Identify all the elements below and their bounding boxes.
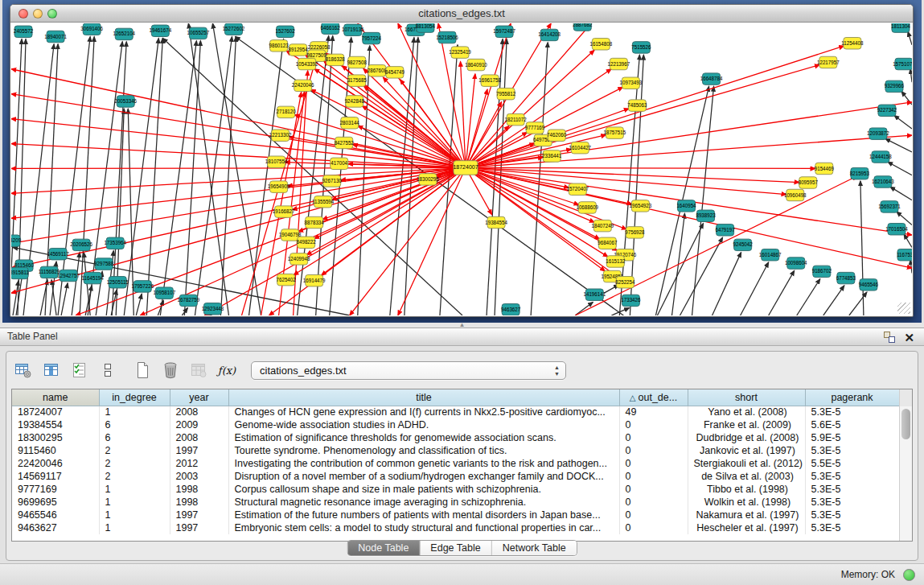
graph-node-label: 19654923 (630, 203, 652, 208)
graph-node-label: 8938923 (696, 212, 716, 218)
network-canvas[interactable]: 1872400798601238912954222260589827509105… (11, 23, 912, 315)
table-row[interactable]: 2242004622012Investigating the contribut… (12, 457, 899, 470)
graph-node-label: 19384554 (485, 219, 507, 225)
function-icon: ƒ(x) (218, 365, 236, 377)
table-cell: 0 (619, 457, 688, 470)
column-header-title[interactable]: title (228, 389, 619, 406)
table-cell: 9463627 (12, 521, 99, 534)
minimize-window-button[interactable] (33, 9, 43, 19)
table-cell: 0 (619, 431, 688, 444)
graph-node-label: 18940071 (44, 33, 67, 39)
column-header-pagerank[interactable]: pagerank (805, 389, 899, 406)
column-header-name[interactable]: name (12, 389, 99, 406)
graph-node-label: 8813054 (416, 23, 436, 29)
column-header-year[interactable]: year (170, 389, 228, 406)
network-desktop: citations_edges.txt 18724007986012389129… (2, 0, 922, 323)
graph-node-label: 1834209 (11, 237, 22, 243)
graph-node-label: 9329966 (885, 83, 905, 89)
citation-network-graph[interactable]: 1872400798601238912954222260589827509105… (11, 23, 912, 315)
graph-node-label: 12213302 (269, 132, 292, 138)
graph-node-label: 22420046 (292, 82, 314, 88)
column-header-short[interactable]: short (688, 389, 805, 406)
graph-node-label: 18757515 (604, 130, 626, 135)
close-window-button[interactable] (18, 9, 28, 19)
graph-node-label: 20206526 (70, 241, 92, 247)
table-cell: 5.9E-5 (805, 431, 899, 444)
graph-node-label: 7515526 (631, 44, 651, 50)
table-row[interactable]: 946362711997Embryonic stem cells: a mode… (12, 521, 899, 534)
table-row[interactable]: 1872400712008Changes of HCN gene express… (12, 406, 899, 418)
column-visibility-icon (43, 362, 60, 378)
table-row[interactable]: 911546021997Tourette syndrome. Phenomeno… (12, 444, 899, 457)
table-cell: 49 (619, 406, 688, 418)
graph-node-label: 1733426 (621, 297, 641, 303)
table-cell: de Silva et al. (2003) (688, 470, 805, 483)
graph-node-label: 16648784 (700, 76, 723, 81)
table-row[interactable]: 1830029562008Estimation of significance … (12, 431, 899, 444)
tab-node-table[interactable]: Node Table (347, 541, 420, 555)
graph-node-label: 19166827 (273, 208, 295, 214)
table-row[interactable]: 1938455462009Genome-wide association stu… (12, 418, 899, 431)
table-row[interactable]: 977716911998Corpus callosum shape and si… (12, 483, 899, 496)
vertical-scrollbar[interactable] (899, 406, 912, 541)
table-row[interactable]: 946554611997Estimation of the future num… (12, 509, 899, 521)
divider-grip-icon[interactable]: ▴ (0, 323, 924, 327)
toggle-rows-button[interactable] (97, 360, 118, 381)
table-cell: 5.5E-5 (805, 457, 899, 470)
window-resize-grip[interactable] (897, 303, 910, 314)
memory-ok-indicator[interactable] (903, 569, 915, 581)
graph-node-label: 9684067 (598, 240, 618, 245)
column-visibility-button[interactable] (41, 360, 62, 381)
graph-node-label: 8252254 (615, 279, 635, 285)
graph-node-label: 3175685 (347, 77, 368, 83)
table-cell: Hescheler et al. (1997) (688, 521, 805, 534)
status-bar: Memory: OK (0, 563, 924, 585)
graph-node-label: 18724007 (453, 164, 478, 171)
table-row[interactable]: 969969511998Structural magnetic resonanc… (12, 496, 899, 509)
column-header-in-degree[interactable]: in_degree (99, 389, 170, 406)
graph-node-label: 417004 (331, 160, 347, 166)
delete-column-button[interactable] (160, 360, 181, 381)
node-table-grid: name in_degree year title △out_de... sho… (12, 389, 900, 534)
graph-node-label: 9267130 (322, 178, 343, 183)
float-panel-button[interactable] (884, 332, 895, 343)
table-selector-dropdown[interactable]: citations_edges.txt ▲▼ (251, 361, 566, 380)
graph-node-label: 9827509 (307, 52, 327, 58)
graph-node-label: 16154808 (589, 41, 612, 47)
table-cell: Tibbo et al. (1998) (688, 483, 805, 496)
network-window-titlebar[interactable]: citations_edges.txt (10, 5, 913, 23)
table-mode-button[interactable] (13, 360, 34, 381)
table-cell: 1997 (170, 521, 228, 534)
scrollbar-thumb[interactable] (901, 409, 910, 439)
tab-network-table[interactable]: Network Table (492, 541, 577, 555)
table-cell: 1997 (170, 444, 228, 457)
graph-node-label: 10655257 (187, 30, 210, 35)
create-column-button[interactable] (132, 360, 153, 381)
table-row[interactable]: 1456911722003Disruption of a novel membe… (12, 470, 899, 483)
graph-node-label: 2887682 (573, 23, 593, 27)
graph-node-label: 15692371 (878, 204, 901, 209)
graph-node-label: 16914479 (303, 278, 326, 283)
row-selection-button[interactable] (69, 360, 90, 381)
tab-edge-table[interactable]: Edge Table (420, 541, 491, 555)
close-panel-button[interactable]: ✕ (904, 329, 914, 346)
table-cell: 5.3E-5 (805, 483, 899, 496)
function-builder-button[interactable]: ƒ(x) (216, 360, 237, 381)
zoom-window-button[interactable] (47, 9, 57, 19)
graph-node-label: 12325419 (449, 49, 471, 55)
graph-node-label: 2867608 (368, 68, 388, 73)
graph-node-label: 10960498 (784, 192, 807, 197)
graph-node-label: 9777169 (525, 125, 545, 130)
column-header-out-degree[interactable]: △out_de... (619, 389, 688, 406)
network-window[interactable]: citations_edges.txt 18724007986012389129… (10, 4, 914, 317)
table-cell: 22420046 (12, 457, 99, 470)
graph-node-label: 7957224 (362, 35, 382, 41)
table-cell: Jankovic et al. (1997) (688, 444, 805, 457)
dropdown-arrows-icon: ▲▼ (554, 365, 560, 377)
table-cell: Changes of HCN gene expression and I(f) … (228, 406, 619, 418)
table-cell: 0 (619, 496, 688, 509)
table-cell: 5.3E-5 (805, 509, 899, 521)
table-panel-header: Table Panel ✕ (0, 328, 924, 346)
network-window-title: citations_edges.txt (10, 5, 913, 23)
sort-ascending-icon: △ (630, 393, 636, 402)
